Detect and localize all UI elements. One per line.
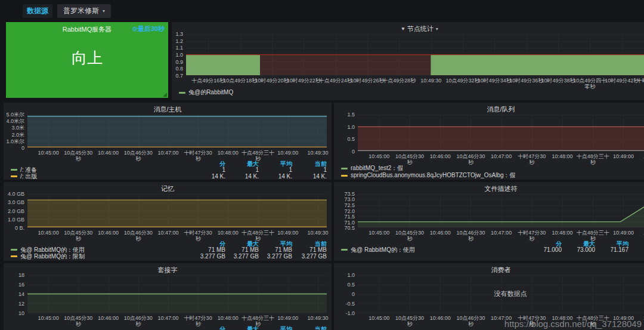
x-tick-line1: 十时47分30: [518, 153, 546, 159]
legend-row[interactable]: 兔@ RabbitMQ的：限制3.277 GB3.277 GB3.277 GB3…: [11, 253, 327, 260]
y-tick-label: 2.0 GB: [8, 208, 24, 214]
x-tick-line1: 十点48分三十: [242, 150, 274, 156]
y-tick-label: 10: [18, 310, 24, 316]
x-tick-line1: 10时49分34秒: [478, 78, 512, 84]
y-axis: 73.573.072.572.071.571.070.5: [335, 194, 358, 228]
watermark: https://blog.csdn.net/qq_37128049: [504, 319, 642, 329]
legend-series-marker: [341, 175, 348, 177]
panel-title[interactable]: 消息/主机: [4, 103, 332, 115]
panel-title[interactable]: 套接字: [4, 263, 332, 275]
legend-item[interactable]: 兔@的RabbitMQ: [179, 89, 644, 96]
panel-file-descriptors: 文件描述符 73.573.072.572.071.571.070.510:45:…: [334, 182, 644, 261]
chart-file-descriptors: 73.573.072.572.071.571.070.510:45:0010点4…: [335, 194, 644, 261]
x-tick-label: 十点49分24秒: [319, 78, 352, 84]
x-tick-line2: 秒: [124, 321, 153, 327]
panel-title[interactable]: 记忆: [4, 182, 332, 194]
legend-row[interactable]: /: 出版14 K.14 K.14 K.14 K.: [11, 173, 327, 180]
x-tick-line1: 10点49分四十: [573, 78, 606, 84]
x-tick-line1: 10:46:00: [430, 230, 451, 236]
x-tick-line1: 十点48分三十: [577, 153, 609, 159]
y-tick-label: 73.0: [344, 196, 355, 202]
x-tick-line1: 十点49分28秒: [382, 78, 416, 84]
legend-value: 14 K.: [192, 173, 225, 180]
panel-title[interactable]: 消费者: [334, 263, 644, 275]
clock-icon: ⊙: [132, 25, 138, 32]
x-tick-line2: 秒: [184, 156, 212, 162]
plot-area: [358, 194, 644, 228]
x-tick-line1: 10:47:00: [157, 230, 178, 236]
panel-title[interactable]: ♥ 节点统计 ▾: [172, 22, 644, 34]
legend-value: 73.000: [562, 246, 595, 253]
x-tick-label: 十点49分16秒: [191, 78, 225, 84]
x-axis: 10:45:0010点45分30秒10:46:0010点46分30秒10:47:…: [358, 228, 644, 240]
panel-title[interactable]: 消息/队列: [334, 103, 644, 115]
datasource-select[interactable]: 普罗米修斯 ▾: [57, 4, 111, 18]
legend-value: 3.277 GB: [225, 253, 259, 260]
x-tick-label: 10时49分20秒: [255, 78, 289, 84]
no-data-text: 没有数据点: [358, 289, 644, 298]
panel-title[interactable]: 文件描述符: [334, 182, 644, 194]
x-tick-line1: 十时47分30: [518, 230, 546, 236]
x-tick-line2: 秒: [456, 159, 485, 165]
panel-title-text: 节点统计: [407, 24, 434, 33]
x-tick-line1: 10:48:00: [218, 315, 239, 321]
x-tick-line1: 10点46分30: [124, 150, 153, 156]
y-axis: 1.51.00.50: [335, 115, 358, 152]
y-axis: 1.31.21.11.00.90.80.7: [173, 34, 186, 76]
x-tick-line1: 10点45分30: [64, 230, 92, 236]
y-tick-label: 0.7: [175, 73, 183, 79]
legend-header-row: 分最大平均当前: [11, 325, 327, 330]
plot-row: 5.0米尔4.0米尔3.0米2.0米1.0米尔0: [5, 115, 330, 148]
plot-area: [358, 115, 644, 152]
chart-node-stats: 1.31.21.11.00.90.80.7十点49分16秒10点49分18秒10…: [173, 34, 644, 100]
resize-handle[interactable]: [163, 92, 167, 97]
y-tick-label: 12: [18, 301, 24, 307]
legend-label-text: springCloudBus.anonymous.8qJcyHOBTZCTOjw…: [351, 171, 516, 180]
x-tick-label: 十时47分30秒: [184, 150, 212, 162]
x-tick-line1: 10:45:00: [369, 315, 389, 321]
x-tick-line1: 10点45分30: [395, 230, 424, 236]
legend-row[interactable]: 兔@ RabbitMQ的：使用71.00073.00071.16773.000: [341, 246, 644, 253]
plot-row: 1816141210: [5, 275, 330, 313]
legend-label: 兔@ RabbitMQ的：使用: [341, 246, 528, 254]
x-tick-line1: 10:49:00: [613, 230, 634, 236]
x-tick-label: 10点46分30秒: [456, 315, 485, 327]
dashboard-topbar: 数据源 普罗米修斯 ▾: [0, 0, 644, 21]
x-axis: 10:45:0010点45分30秒10:46:0010点46分30秒10:47:…: [358, 152, 644, 164]
series-plot: [358, 115, 644, 151]
legend-item[interactable]: springCloudBus.anonymous.8qJcyHOBTZCTOjw…: [341, 172, 644, 179]
y-tick-label: 14: [18, 291, 24, 297]
x-tick-label: 10:45:00: [369, 153, 389, 159]
x-tick-label: 10:47:00: [491, 230, 512, 236]
series-plot: [358, 194, 644, 227]
legend-value: 1: [192, 166, 225, 173]
x-tick-label: 10点45分30秒: [64, 150, 92, 162]
x-tick-label: 10:47:00: [157, 230, 178, 236]
x-tick-label: 10时49分42秒: [605, 78, 639, 84]
legend: 分最大平均当前兔@ RabbitMQ的：使用71.00073.00071.167…: [335, 240, 644, 253]
x-tick-line1: 10:49:30: [420, 78, 441, 84]
legend: 分最大平均当前/: 准备1111/: 出版14 K.14 K.14 K.14 K…: [5, 160, 330, 180]
y-tick-label: 1.1: [175, 45, 183, 51]
x-tick-label: 十时49分44秒: [637, 78, 644, 84]
x-axis: 十点49分16秒10点49分18秒10时49分20秒10时49分22秒十点49分…: [186, 76, 644, 88]
x-tick-line1: 十点48分三十: [242, 230, 274, 236]
x-tick-line2: 秒: [124, 156, 153, 162]
x-tick-line2: 秒: [184, 236, 212, 242]
y-tick-label: 3.0 GB: [8, 199, 24, 205]
x-tick-label: 10:48:00: [218, 150, 239, 156]
x-tick-line1: 十点48分三十: [577, 230, 609, 236]
x-axis: 10:45:0010点45分30秒10:46:0010点46分30秒10:47:…: [27, 228, 327, 240]
x-tick-line1: 10:45:00: [38, 230, 59, 236]
x-tick-label: 10:46:00: [430, 153, 451, 159]
x-tick-label: 10时49分26秒: [350, 78, 384, 84]
x-tick-line1: 十时47分30: [184, 230, 212, 236]
legend-label-text: 兔@的RabbitMQ: [188, 88, 233, 97]
x-tick-label: 10点46分30秒: [124, 150, 153, 162]
x-tick-label: 10:49:30: [307, 230, 328, 236]
x-tick-label: 10:45:00: [369, 230, 389, 236]
legend-value: 71.167: [595, 246, 628, 253]
x-tick-line1: 十点48分三十: [242, 315, 274, 321]
panel-title-text: 消费者: [491, 266, 511, 275]
y-tick-label: 1.0 GB: [8, 217, 24, 223]
